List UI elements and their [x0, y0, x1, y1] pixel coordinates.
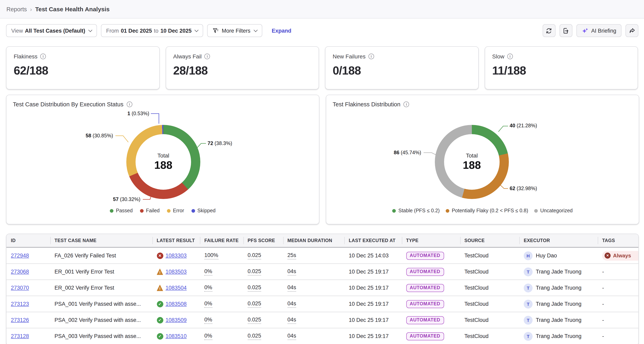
pfs-score-value[interactable]: 0.025	[248, 252, 261, 259]
failure-rate-value[interactable]: 0%	[204, 332, 212, 340]
info-icon[interactable]: i	[127, 101, 132, 107]
test-case-name: FA_026 Verify Failed Test	[50, 253, 152, 259]
test-case-name: PSA_001 Verify Passed with asse...	[50, 301, 152, 307]
result-link[interactable]: 1083509	[166, 317, 187, 323]
legend-dot	[392, 209, 396, 213]
chevron-down-icon	[254, 28, 258, 32]
view-filter-dropdown[interactable]: View All Test Cases (Default)	[6, 24, 97, 37]
stat-cards: Flakiness i 62/188 Always Fail i 28/188 …	[6, 46, 638, 89]
failure-rate-value[interactable]: 0%	[204, 300, 212, 307]
sparkle-icon	[582, 27, 588, 34]
info-icon[interactable]: i	[507, 54, 513, 59]
stat-value: 11/188	[492, 64, 630, 77]
executor-avatar: T	[524, 299, 532, 308]
result-link[interactable]: 1083503	[166, 269, 187, 275]
failure-rate-value[interactable]: 0%	[204, 284, 212, 291]
info-icon[interactable]: i	[368, 54, 374, 59]
view-filter-value: All Test Cases (Default)	[25, 28, 85, 34]
legend-item-error[interactable]: Error	[167, 208, 184, 214]
pfs-score-value[interactable]: 0.025	[248, 268, 261, 275]
donut-center-label: Total	[157, 152, 169, 159]
source-value: TestCloud	[460, 301, 519, 307]
test-case-id-link[interactable]: 273126	[11, 317, 29, 323]
info-icon[interactable]: i	[40, 54, 46, 59]
source-value: TestCloud	[460, 253, 519, 259]
test-case-id-link[interactable]: 272948	[11, 253, 29, 259]
pfs-score-value[interactable]: 0.025	[248, 316, 261, 324]
chart-title: Test Case Distribution By Execution Stat…	[13, 101, 124, 108]
date-range-to: to	[154, 28, 158, 34]
legend-item-failed[interactable]: Failed	[140, 208, 160, 214]
last-executed-value: 10 Dec 25 14:03	[344, 253, 402, 259]
source-value: TestCloud	[460, 285, 519, 291]
executor-name: Trang Jade Truong	[536, 317, 582, 323]
median-duration-value[interactable]: 04s	[288, 332, 296, 340]
execution-status-donut[interactable]: Total 188	[126, 125, 200, 199]
failure-rate-value[interactable]: 0%	[204, 268, 212, 275]
page: Reports › Test Case Health Analysis View…	[0, 0, 644, 344]
test-case-id-link[interactable]: 273123	[11, 301, 29, 307]
expand-link[interactable]: Expand	[272, 28, 292, 34]
result-link[interactable]: 1083504	[166, 285, 187, 291]
legend-item-skipped[interactable]: Skipped	[191, 208, 216, 214]
legend-item-uncategorized[interactable]: Uncategorized	[534, 208, 572, 214]
flakiness-legend: Stable (PFS ≤ 0.2) Potentially Flaky (0.…	[326, 208, 639, 214]
failure-rate-value[interactable]: 0%	[204, 316, 212, 324]
table-row: 273123 PSA_001 Verify Passed with asse..…	[6, 296, 638, 312]
info-icon[interactable]: i	[204, 54, 210, 59]
result-link[interactable]: 1083303	[166, 253, 187, 259]
type-badge: AUTOMATED	[406, 252, 444, 260]
legend-item-passed[interactable]: Passed	[110, 208, 132, 214]
test-case-id-link[interactable]: 273070	[11, 285, 29, 291]
last-executed-value: 10 Dec 25 19:17	[344, 269, 402, 275]
flakiness-chart-card: Test Flakiness Distribution i Total 188 …	[326, 95, 639, 224]
always-fail-tag[interactable]: ✕Always	[602, 251, 638, 260]
stat-card-flakiness: Flakiness i 62/188	[6, 46, 160, 89]
legend-dot	[140, 209, 144, 213]
slice-label-error: 58 (30.85%)	[86, 133, 113, 138]
pfs-score-value[interactable]: 0.025	[248, 284, 261, 291]
executor-name: Trang Jade Truong	[536, 333, 582, 339]
test-case-name: ER_001 Verify Error Test	[50, 269, 152, 275]
type-badge: AUTOMATED	[406, 284, 444, 292]
pfs-score-value[interactable]: 0.025	[248, 332, 261, 340]
info-icon[interactable]: i	[404, 101, 409, 107]
export-button[interactable]	[559, 24, 572, 37]
breadcrumb: Reports › Test Case Health Analysis	[0, 0, 644, 19]
executor-name: Trang Jade Truong	[536, 269, 582, 275]
median-duration-value[interactable]: 04s	[288, 284, 296, 291]
col-header-name: TEST CASE NAME	[50, 234, 152, 247]
filter-bar: View All Test Cases (Default) From 01 De…	[6, 24, 638, 37]
result-link[interactable]: 1083510	[166, 333, 187, 339]
refresh-button[interactable]	[542, 24, 555, 37]
flakiness-donut[interactable]: Total 188	[435, 125, 509, 199]
date-range-dropdown[interactable]: From 01 Dec 2025 to 10 Dec 2025	[101, 24, 203, 37]
table-row: 272948 FA_026 Verify Failed Test ✕108330…	[6, 248, 638, 264]
stat-label: Flakiness	[14, 53, 38, 60]
test-case-id-link[interactable]: 273128	[11, 333, 29, 339]
more-filters-button[interactable]: More Filters	[207, 24, 262, 37]
slice-label-potentially-flaky: 62 (32.98%)	[510, 186, 537, 191]
last-executed-value: 10 Dec 25 19:17	[344, 285, 402, 291]
test-case-name: ER_002 Verify Error Test	[50, 285, 152, 291]
breadcrumb-reports-link[interactable]: Reports	[6, 6, 27, 12]
passed-status-icon: ✓	[157, 301, 163, 307]
date-range-start: 01 Dec 2025	[121, 28, 152, 34]
ai-briefing-button[interactable]: AI Briefing	[576, 24, 622, 37]
median-duration-value[interactable]: 04s	[288, 268, 296, 275]
tags-empty: -	[598, 317, 638, 323]
chevron-down-icon	[88, 28, 92, 32]
test-case-id-link[interactable]: 273068	[11, 269, 29, 275]
median-duration-value[interactable]: 04s	[288, 300, 296, 307]
median-duration-value[interactable]: 25s	[288, 252, 296, 259]
share-button[interactable]	[626, 24, 638, 37]
result-link[interactable]: 1083508	[166, 301, 187, 307]
pfs-score-value[interactable]: 0.025	[248, 300, 261, 307]
legend-item-stable[interactable]: Stable (PFS ≤ 0.2)	[392, 208, 440, 214]
legend-item-potentially-flaky[interactable]: Potentially Flaky (0.2 < PFS ≤ 0.8)	[446, 208, 528, 214]
stat-value: 0/188	[333, 64, 471, 77]
legend-dot	[191, 209, 195, 213]
donut-center-label: Total	[466, 152, 478, 159]
median-duration-value[interactable]: 04s	[288, 316, 296, 324]
failure-rate-value[interactable]: 100%	[204, 252, 218, 259]
